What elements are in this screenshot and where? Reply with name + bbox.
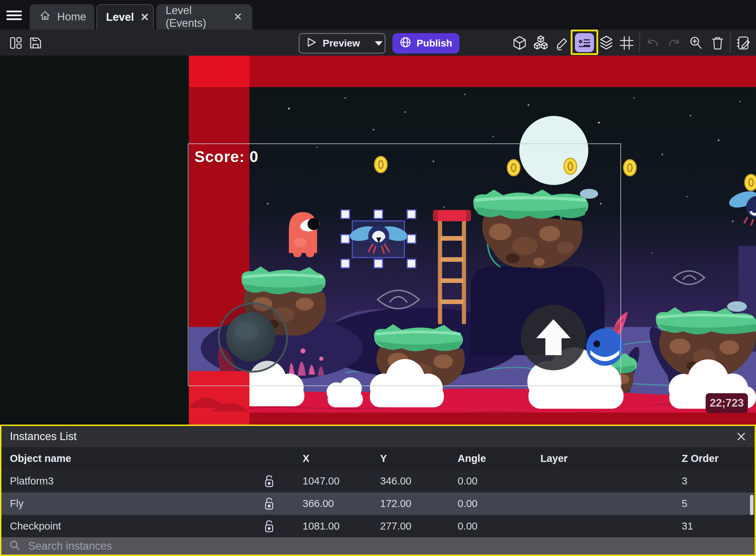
layers-icon[interactable] <box>598 35 614 51</box>
table-row-selected[interactable]: Fly 366.00 172.00 0.00 5 <box>1 492 755 515</box>
publish-button[interactable]: Publish <box>392 33 459 54</box>
undo-icon[interactable] <box>645 35 661 51</box>
player-character[interactable] <box>289 212 321 257</box>
tab-label: Level <box>106 11 134 24</box>
save-icon[interactable] <box>27 35 44 51</box>
search-icon <box>9 540 20 552</box>
scene-properties-icon[interactable] <box>736 35 752 51</box>
moon[interactable] <box>519 116 588 185</box>
chevron-down-icon[interactable] <box>375 41 383 46</box>
menu-icon[interactable] <box>6 8 23 22</box>
column-header: Object name <box>1 453 255 464</box>
score-label: Score: 0 <box>194 148 259 166</box>
scene-canvas[interactable]: Score: 0 22;723 <box>0 56 756 425</box>
close-icon[interactable]: ✕ <box>140 12 150 23</box>
redo-icon[interactable] <box>666 35 682 51</box>
tab-level[interactable]: Level ✕ <box>97 4 154 30</box>
tab-label: Level (Events) <box>166 4 227 30</box>
instances-list-panel: Instances List Object name X Y Angle Lay… <box>0 425 756 556</box>
column-header: X <box>283 453 371 464</box>
cursor-coordinates-badge: 22;723 <box>706 393 748 413</box>
preview-button[interactable]: Preview <box>299 33 385 54</box>
scrollbar-thumb[interactable] <box>750 495 754 515</box>
close-panel-button[interactable] <box>734 430 748 444</box>
toolbar: Preview Publish <box>0 30 756 56</box>
search-input[interactable] <box>28 540 592 552</box>
lock-icon[interactable] <box>255 497 283 511</box>
toolbar-divider <box>730 32 731 53</box>
column-header: Y <box>371 453 449 464</box>
column-header: Z Order <box>673 453 755 464</box>
objects-cube-icon[interactable] <box>512 35 528 51</box>
publish-label: Publish <box>416 38 452 49</box>
close-icon[interactable]: ✕ <box>233 12 243 22</box>
jump-button[interactable] <box>521 305 586 370</box>
column-header: Layer <box>533 453 673 464</box>
edit-pencil-icon[interactable] <box>554 35 571 51</box>
editor-window: Home Level ✕ Level (Events) ✕ Preview <box>0 0 756 556</box>
tab-label: Home <box>57 11 86 23</box>
home-icon <box>39 9 51 25</box>
lava-strip-bottom <box>189 371 249 425</box>
lock-icon[interactable] <box>255 520 283 533</box>
joystick-control[interactable] <box>219 303 287 372</box>
table-row[interactable]: Platform3 1047.00 346.00 0.00 3 <box>1 470 755 492</box>
zoom-in-icon[interactable] <box>688 35 704 51</box>
search-bar <box>1 537 755 555</box>
lava-ceiling[interactable] <box>189 56 756 87</box>
trash-icon[interactable] <box>709 35 726 51</box>
panel-title: Instances List <box>10 430 77 443</box>
lock-icon[interactable] <box>255 475 283 488</box>
bottom-red-band <box>189 413 756 425</box>
table-row[interactable]: Checkpoint 1081.00 277.00 0.00 31 <box>1 515 755 537</box>
play-icon <box>307 37 316 50</box>
tab-home[interactable]: Home <box>30 4 94 30</box>
grid-icon[interactable] <box>619 35 635 51</box>
preview-label: Preview <box>323 38 360 49</box>
column-header: Angle <box>449 453 533 464</box>
toolbar-divider <box>639 32 640 53</box>
object-groups-icon[interactable] <box>533 35 549 51</box>
layout-panels-icon[interactable] <box>8 35 24 51</box>
instances-list-icon[interactable] <box>575 33 594 52</box>
tab-bar: Home Level ✕ Level (Events) ✕ <box>0 0 756 30</box>
tab-level-events[interactable]: Level (Events) ✕ <box>156 4 252 30</box>
globe-icon <box>399 36 411 51</box>
table-header-row: Object name X Y Angle Layer Z Order <box>1 447 755 470</box>
